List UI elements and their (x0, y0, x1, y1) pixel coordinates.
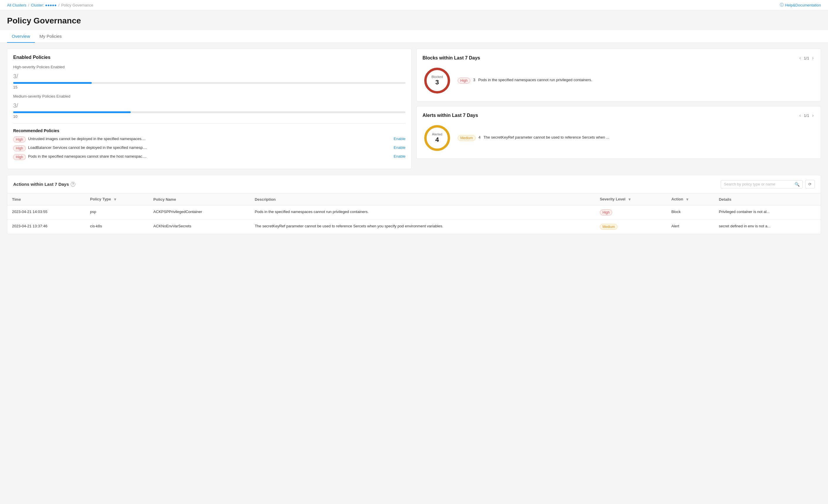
row-2-severity-badge: Medium (600, 224, 618, 230)
page-content: Policy Governance Overview My Policies E… (0, 10, 828, 240)
alerts-card: Alerts within Last 7 Days ‹ 1/1 › (416, 106, 821, 159)
breadcrumb-all-clusters[interactable]: All Clusters (7, 3, 27, 7)
row-1-severity: High (595, 205, 667, 220)
enabled-policies-card: Enabled Policies High-severity Policies … (7, 49, 412, 169)
blocks-donut-text: Blocked (431, 75, 443, 79)
table-row: 2023-04-21 14:03:55 psp ACKPSPPrivileged… (7, 205, 821, 220)
search-icon: 🔍 (795, 182, 799, 187)
tab-overview[interactable]: Overview (7, 30, 35, 43)
medium-progress-fill (13, 111, 131, 113)
blocks-header: Blocks within Last 7 Days ‹ 1/1 › (422, 55, 815, 61)
alert-item-1: Medium 4 The secretKeyRef parameter cann… (458, 135, 609, 141)
divider (13, 123, 406, 124)
policy-type-filter-icon[interactable]: ▼ (113, 197, 117, 201)
breadcrumb-current: Policy Governance (61, 3, 93, 7)
medium-severity-label: Medium-severity Policies Enabled (13, 94, 406, 98)
col-severity: Severity Level ▼ (595, 193, 667, 205)
recommended-title: Recommended Policies (13, 128, 406, 133)
page-title: Policy Governance (7, 16, 821, 26)
recommendations-list: High Untrusted images cannot be deployed… (13, 137, 406, 160)
high-separator: / (16, 73, 18, 79)
actions-header: Actions within Last 7 Days ? 🔍 ⟳ (7, 175, 821, 193)
col-action: Action ▼ (667, 193, 714, 205)
block-1-severity: High (458, 78, 470, 84)
rec-3-badge: High (13, 154, 26, 160)
row-1-severity-badge: High (600, 210, 613, 215)
rec-3-text: Pods in the specified namespaces cannot … (28, 154, 391, 158)
blocks-pagination: ‹ 1/1 › (798, 55, 815, 61)
search-input[interactable] (724, 182, 793, 186)
rec-1-enable-btn[interactable]: Enable (394, 137, 406, 141)
block-1-count: 3 (473, 78, 475, 82)
table-row: 2023-04-21 13:37:46 cis-k8s ACKNoEnvVarS… (7, 220, 821, 234)
row-2-details: secret defined in env is not a... (714, 220, 821, 234)
row-2-policy-type: cis-k8s (85, 220, 149, 234)
alerts-prev-btn[interactable]: ‹ (798, 112, 802, 119)
row-2-time: 2023-04-21 13:37:46 (7, 220, 85, 234)
refresh-button[interactable]: ⟳ (805, 180, 815, 188)
alert-1-count: 4 (479, 135, 481, 139)
high-progress-wrapper (13, 82, 406, 84)
medium-severity-count: 3/ (13, 100, 406, 109)
severity-filter-icon[interactable]: ▼ (628, 197, 631, 201)
top-bar: All Clusters / Cluster: ●●●●● / Policy G… (0, 0, 828, 10)
rec-item-3: High Pods in the specified namespaces ca… (13, 154, 406, 160)
blocks-card: Blocks within Last 7 Days ‹ 1/1 › (416, 49, 821, 101)
main-grid: Enabled Policies High-severity Policies … (7, 49, 821, 169)
row-1-policy-name: ACKPSPPrivilegedContainer (149, 205, 250, 220)
blocks-next-btn[interactable]: › (811, 55, 815, 61)
rec-2-badge: High (13, 145, 26, 151)
medium-total: 10 (13, 114, 406, 119)
high-progress-bg (13, 82, 406, 84)
search-row: 🔍 ⟳ (721, 180, 815, 188)
help-text: Help&Documentation (785, 3, 821, 7)
blocks-donut-row: Blocked 3 High 3 Pods in the specified n… (422, 66, 815, 95)
breadcrumb-sep1: / (28, 3, 29, 7)
alerts-header: Alerts within Last 7 Days ‹ 1/1 › (422, 112, 815, 119)
blocks-donut-number: 3 (431, 79, 443, 86)
help-link[interactable]: ⓘ Help&Documentation (780, 2, 821, 8)
blocks-title: Blocks within Last 7 Days (422, 55, 480, 61)
breadcrumb: All Clusters / Cluster: ●●●●● / Policy G… (7, 3, 93, 7)
action-filter-icon[interactable]: ▼ (686, 197, 689, 201)
alerts-donut-text: Alerted (432, 132, 443, 136)
row-1-time: 2023-04-21 14:03:55 (7, 205, 85, 220)
medium-progress-bg (13, 111, 406, 113)
actions-table: Time Policy Type ▼ Policy Name Descripti… (7, 193, 821, 234)
actions-title-text: Actions within Last 7 Days (13, 182, 69, 187)
alerts-pagination: ‹ 1/1 › (798, 112, 815, 119)
medium-separator: / (16, 102, 18, 109)
tab-bar: Overview My Policies (0, 30, 828, 43)
row-2-description: The secretKeyRef parameter cannot be use… (250, 220, 595, 234)
row-1-action: Block (667, 205, 714, 220)
alerts-donut-number: 4 (432, 136, 443, 144)
alerts-donut: Alerted 4 (422, 123, 452, 153)
medium-severity-section: Medium-severity Policies Enabled 3/ 10 (13, 94, 406, 119)
alerts-donut-label: Alerted 4 (432, 132, 443, 144)
row-1-description: Pods in the specified namespaces cannot … (250, 205, 595, 220)
rec-item-2: High LoadBalancer Services cannot be dep… (13, 145, 406, 151)
row-2-action: Alert (667, 220, 714, 234)
alerts-next-btn[interactable]: › (811, 112, 815, 119)
breadcrumb-cluster[interactable]: Cluster: ●●●●● (31, 3, 56, 7)
blocks-page-info: 1/1 (804, 56, 809, 60)
col-details: Details (714, 193, 821, 205)
col-description: Description (250, 193, 595, 205)
high-total: 15 (13, 85, 406, 89)
high-severity-count: 3/ (13, 71, 406, 80)
blocks-donut: Blocked 3 (422, 66, 452, 95)
alerts-donut-row: Alerted 4 Medium 4 The secretKeyRef para… (422, 123, 815, 153)
right-column: Blocks within Last 7 Days ‹ 1/1 › (416, 49, 821, 169)
enabled-policies-title: Enabled Policies (13, 55, 406, 60)
alert-1-text: The secretKeyRef parameter cannot be use… (484, 135, 609, 139)
blocks-prev-btn[interactable]: ‹ (798, 55, 802, 61)
col-policy-type: Policy Type ▼ (85, 193, 149, 205)
help-circle-icon[interactable]: ? (71, 182, 75, 187)
rec-2-enable-btn[interactable]: Enable (394, 145, 406, 150)
col-time: Time (7, 193, 85, 205)
row-1-details: Privileged container is not al... (714, 205, 821, 220)
row-2-policy-name: ACKNoEnvVarSecrets (149, 220, 250, 234)
tab-my-policies[interactable]: My Policies (35, 30, 67, 43)
rec-3-enable-btn[interactable]: Enable (394, 154, 406, 158)
rec-item-1: High Untrusted images cannot be deployed… (13, 137, 406, 142)
